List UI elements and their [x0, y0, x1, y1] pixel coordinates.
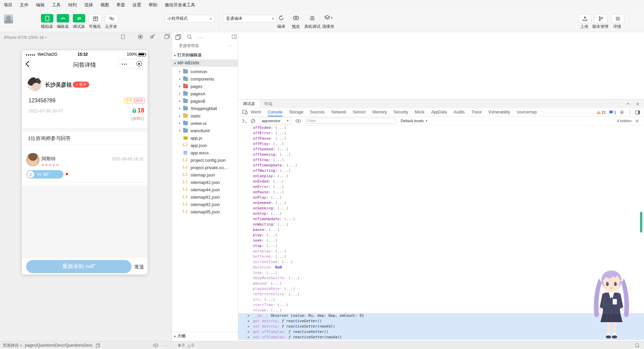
console-sidebar-icon[interactable] [242, 119, 247, 123]
console-row[interactable]: ▶ set destroy: ƒ reactiveSetter(newVal) [238, 324, 644, 329]
watch-page-icon[interactable] [153, 341, 158, 349]
console-row[interactable]: ▶ offSeeking: (...) [238, 152, 644, 157]
outline-section[interactable]: ▸ 大纲 [172, 332, 238, 340]
inspect-device-icon[interactable] [242, 110, 248, 114]
console-row[interactable]: ▶ pause: (...) [238, 227, 644, 233]
tree-item[interactable]: ▸ common [172, 68, 238, 75]
log-levels-select[interactable]: Default levels ▼ [401, 119, 428, 123]
clear-cache-button[interactable]: ▾ [323, 14, 334, 21]
console-row[interactable]: ▶ __ob__: Observer {value: Ro, dep: Dep,… [238, 313, 644, 318]
console-row[interactable]: ▶ onSeeked: (...) [238, 200, 644, 206]
notification-bell-icon[interactable] [635, 341, 639, 349]
menu-item[interactable]: 工具 [48, 0, 64, 10]
devtools-tab[interactable]: Vulnerability [488, 108, 510, 116]
menu-item[interactable]: 转到 [64, 0, 80, 10]
tree-item[interactable]: ▸ sitemap.json [172, 171, 238, 179]
collapse-panel-icon[interactable] [626, 102, 630, 106]
menu-item[interactable]: 帮助 [145, 0, 161, 10]
menu-item[interactable]: 设置 [129, 0, 145, 10]
console-row[interactable]: ▶ offPlay: (...) [238, 141, 644, 147]
warning-counter[interactable]: 21 [596, 110, 606, 114]
filter-settings-icon[interactable] [635, 119, 639, 123]
console-row[interactable]: ▶ volume: (...) [238, 308, 644, 313]
console-row[interactable]: ▶ buffered: (...) [238, 254, 644, 259]
open-files-icon[interactable] [175, 34, 181, 40]
devtools-tab[interactable]: Audits [453, 108, 465, 116]
devtools-tab[interactable]: Mock [415, 108, 425, 116]
send-button[interactable]: 发送 [134, 264, 144, 270]
device-selector[interactable]: iPhone 6/7/8 100% 16 ▾ [4, 35, 47, 40]
console-row[interactable]: ▶ duration: NaN [238, 265, 644, 270]
expand-arrow-icon[interactable]: ▶ [248, 329, 250, 335]
compile-button[interactable] [277, 14, 285, 21]
version-button[interactable] [594, 14, 607, 23]
simulator-toggle-button[interactable] [41, 14, 53, 22]
exit-miniprogram-button[interactable] [132, 61, 147, 66]
kebab-menu-icon[interactable]: ⋮ [628, 110, 632, 115]
tree-item[interactable]: ▸ sitemap92.json [172, 201, 238, 208]
visual-button[interactable] [89, 14, 102, 23]
record-icon[interactable] [138, 34, 143, 40]
settings-gear-icon[interactable] [620, 110, 624, 115]
devtools-tab[interactable]: Console [268, 108, 282, 116]
console-row[interactable]: ▶ obeyMuteSwitch: (...) [238, 276, 644, 281]
dock-side-icon[interactable] [635, 110, 640, 114]
console-row[interactable]: ▶ offError: (...) [238, 131, 644, 136]
dock-panel-icon[interactable] [232, 34, 237, 39]
menu-item[interactable]: 选择 [80, 0, 97, 10]
console-row[interactable]: ▶ autoplay: (...) [238, 249, 644, 254]
page-path-selector[interactable]: 页面路径 ▾ [3, 341, 21, 349]
devtools-tab[interactable]: Storage [289, 108, 303, 116]
tree-item[interactable]: ▸ app.json [172, 142, 238, 149]
console-row[interactable]: ▶ playbackRate: (...) [238, 286, 644, 292]
more-dots-button[interactable]: ●●● [117, 63, 132, 65]
console-row[interactable]: ▶ src: (...) [238, 297, 644, 302]
devtools-tab[interactable]: Sensor [353, 108, 366, 116]
console-row[interactable]: ▶ onError: (...) [238, 184, 644, 190]
tree-item[interactable]: ▸ sitemap91.json [172, 193, 238, 201]
statusbar-more-icon[interactable]: ··· [164, 341, 169, 349]
console-row[interactable]: ▶ onSeeking: (...) [238, 206, 644, 211]
context-select[interactable]: appservice ▼ [259, 117, 291, 124]
tree-item[interactable]: ▸ pagesA [172, 90, 238, 97]
compile-mode-select[interactable]: 普通编译 ▾ [223, 15, 277, 22]
expand-arrow-icon[interactable]: ▶ [248, 313, 250, 318]
console-row[interactable]: ▶ loop: (...) [238, 270, 644, 276]
questioner-avatar[interactable] [28, 77, 42, 91]
more-icon[interactable]: ··· [198, 35, 204, 41]
tree-item[interactable]: ▸ project.private.config.json [172, 164, 238, 171]
console-row[interactable]: ▶ onPause: (...) [238, 190, 644, 195]
console-row[interactable]: ▶ offSeeked: (...) [238, 147, 644, 152]
device-debug-button[interactable] [308, 14, 317, 21]
expand-arrow-icon[interactable]: ▶ [248, 335, 250, 340]
preview-button[interactable] [291, 14, 300, 21]
devtools-tab[interactable]: Sources [310, 108, 325, 116]
console-row[interactable]: ▶ get offCanplay: ƒ reactiveGetter() [238, 329, 644, 335]
tree-item[interactable]: ▸ project.config.json [172, 156, 238, 164]
clear-console-icon[interactable] [251, 119, 255, 123]
copy-path-icon[interactable] [96, 341, 100, 349]
error-count[interactable]: ⊗ 0 △ 0 [178, 341, 194, 349]
editor-toggle-button[interactable]: </> [57, 14, 69, 22]
devtools-tab[interactable]: sourcemap [517, 108, 537, 116]
tree-item[interactable]: ▸ pages [172, 83, 238, 90]
console-row[interactable]: ▶ offStop: (...) [238, 157, 644, 163]
console-row[interactable]: ▶ referrerPolicy: (...) [238, 292, 644, 297]
menu-item[interactable]: 编辑 [32, 0, 48, 10]
menu-item[interactable]: 项目 [0, 0, 16, 10]
devtools-tab[interactable]: Network [331, 108, 346, 116]
answerer-avatar[interactable] [26, 153, 40, 166]
console-row[interactable]: ▶ paused: (...) [238, 281, 644, 286]
explorer-more-icon[interactable]: ··· [228, 43, 233, 48]
tree-item[interactable]: ▸ uview-ui [172, 119, 238, 127]
filter-input[interactable] [306, 118, 396, 124]
console-row[interactable]: ▶ onStop: (...) [238, 211, 644, 216]
console-row[interactable]: ▶ offEnded: (...) [238, 125, 644, 131]
console-row[interactable]: ▶ currentTime: (...) [238, 259, 644, 265]
console-row[interactable]: ▶ offTimeUpdate: (...) [238, 163, 644, 168]
voice-message-bubble[interactable]: 36″ [26, 170, 63, 179]
devtools-tab[interactable]: Security [393, 108, 408, 116]
tree-item[interactable]: ▸ ShoppingMall [172, 105, 238, 112]
devtools-tab[interactable]: Trace [472, 108, 482, 116]
console-row[interactable]: ▶ offPause: (...) [238, 136, 644, 141]
